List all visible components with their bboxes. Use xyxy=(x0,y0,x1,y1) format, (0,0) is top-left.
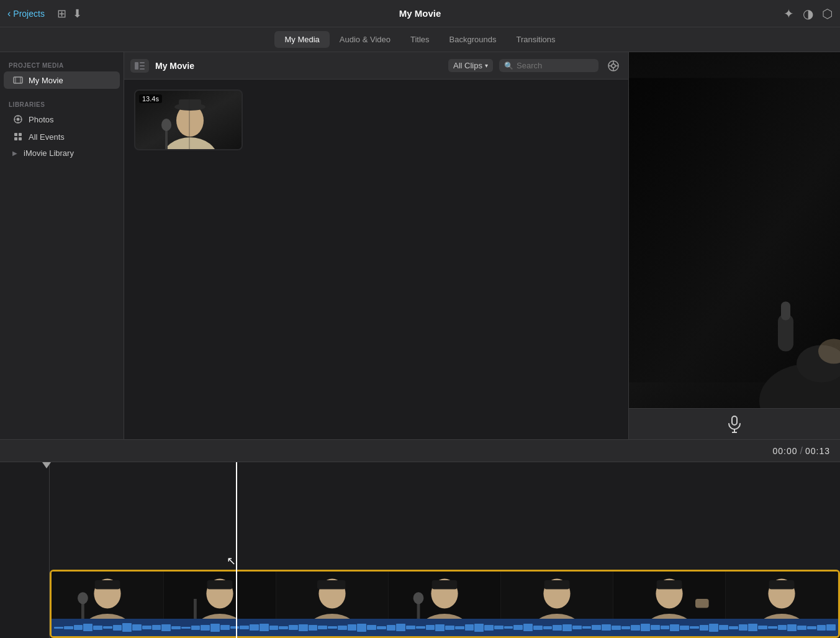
filter-settings-button[interactable] xyxy=(605,57,622,75)
svg-point-45 xyxy=(78,592,88,604)
svg-rect-10 xyxy=(19,133,22,136)
clip-duration: 13.4s xyxy=(139,94,162,103)
tab-backgrounds[interactable]: Backgrounds xyxy=(440,31,507,48)
clip-frames xyxy=(52,572,838,619)
photos-icon xyxy=(12,114,24,125)
frame-bg-1 xyxy=(52,572,163,619)
svg-point-60 xyxy=(413,592,424,604)
all-clips-selector[interactable]: All Clips ▾ xyxy=(448,59,493,72)
svg-rect-64 xyxy=(544,580,570,589)
search-icon: 🔍 xyxy=(504,62,513,70)
sidebar-toggle-button[interactable] xyxy=(130,59,149,73)
top-toolbar: ‹ Projects ⊞ ⬇ My Movie ✦ ◑ ⬡ xyxy=(0,0,840,27)
clip-frame-4 xyxy=(389,572,501,619)
back-button[interactable]: ‹ Projects xyxy=(7,8,45,19)
search-bar: 🔍 xyxy=(499,59,598,72)
window-title: My Movie xyxy=(399,8,441,19)
back-chevron-icon: ‹ xyxy=(7,8,11,19)
timecode-current: 00:00 xyxy=(772,446,797,456)
svg-rect-58 xyxy=(432,580,458,589)
timeline-clips-container xyxy=(50,570,840,638)
cursor: ↖ xyxy=(227,554,236,568)
all-clips-label: All Clips xyxy=(453,61,482,70)
expand-arrow-icon: ▶ xyxy=(12,150,17,157)
timeline-scroll[interactable]: ↖ xyxy=(50,462,840,638)
tab-transitions[interactable]: Transitions xyxy=(506,31,565,48)
svg-rect-31 xyxy=(629,78,840,383)
svg-rect-73 xyxy=(769,580,795,589)
main-area: PROJECT MEDIA My Movie LIBRARIES xyxy=(0,52,840,439)
svg-rect-54 xyxy=(317,580,346,589)
frame-bg-7 xyxy=(726,572,838,619)
media-grid: 13.4s xyxy=(124,80,628,439)
svg-point-18 xyxy=(612,64,615,68)
content-tabs: My Media Audio & Video Titles Background… xyxy=(0,27,840,52)
back-label: Projects xyxy=(13,9,45,19)
media-header: My Movie All Clips ▾ 🔍 xyxy=(124,52,628,80)
svg-rect-9 xyxy=(14,133,17,136)
search-input[interactable] xyxy=(517,61,594,70)
timecode-separator: / xyxy=(800,445,803,457)
clip-frame-5 xyxy=(501,572,613,619)
all-events-icon xyxy=(12,131,24,142)
timeline-clip[interactable] xyxy=(50,570,840,638)
svg-rect-43 xyxy=(95,580,120,589)
svg-rect-15 xyxy=(140,65,145,66)
sidebar-item-imovie-library[interactable]: ▶ iMovie Library xyxy=(4,145,120,161)
grid-clip-icon[interactable]: ⊞ xyxy=(57,7,66,21)
microphone-button[interactable] xyxy=(723,413,746,435)
svg-rect-1 xyxy=(15,77,16,83)
svg-rect-13 xyxy=(135,62,138,70)
preview-video-svg xyxy=(629,52,840,408)
photos-label: Photos xyxy=(29,115,53,124)
svg-rect-27 xyxy=(179,99,201,108)
preview-content xyxy=(629,52,840,408)
toolbar-left-icons: ⊞ ⬇ xyxy=(57,7,82,21)
tab-my-media[interactable]: My Media xyxy=(274,31,329,48)
svg-rect-11 xyxy=(14,137,17,140)
svg-rect-37 xyxy=(732,416,737,425)
preview-video xyxy=(629,52,840,408)
clip-frame-6 xyxy=(613,572,726,619)
media-browser: My Movie All Clips ▾ 🔍 xyxy=(124,52,629,439)
timecode-total: 00:13 xyxy=(805,446,830,456)
sidebar-item-my-movie[interactable]: My Movie xyxy=(4,71,120,89)
import-icon[interactable]: ⬇ xyxy=(73,7,82,21)
magic-wand-icon[interactable]: ✦ xyxy=(784,6,794,21)
svg-rect-50 xyxy=(194,599,197,619)
sidebar: PROJECT MEDIA My Movie LIBRARIES xyxy=(0,52,124,439)
timeline-header: 00:00 / 00:13 xyxy=(0,440,840,462)
svg-rect-14 xyxy=(140,62,145,63)
frame-bg-2 xyxy=(164,572,276,619)
clip-frame-2 xyxy=(164,572,276,619)
project-media-section-title: PROJECT MEDIA xyxy=(0,57,124,71)
clip-frame-7 xyxy=(726,572,838,619)
color-correct-icon[interactable]: ◑ xyxy=(803,6,813,21)
film-icon xyxy=(12,75,24,86)
svg-point-4 xyxy=(17,118,20,121)
sidebar-item-all-events[interactable]: All Events xyxy=(4,128,120,145)
color-palette-icon[interactable]: ⬡ xyxy=(822,6,833,21)
timeline-body: ↖ xyxy=(0,462,840,638)
clip-frame-1 xyxy=(52,572,164,619)
clip-thumbnail[interactable]: 13.4s xyxy=(134,89,243,150)
svg-rect-69 xyxy=(695,599,709,608)
frame-bg-4 xyxy=(389,572,500,619)
my-movie-label: My Movie xyxy=(29,76,63,85)
preview-controls xyxy=(629,408,840,439)
tab-audio-video[interactable]: Audio & Video xyxy=(330,31,400,48)
svg-rect-12 xyxy=(19,137,22,140)
toolbar-right-icons: ✦ ◑ ⬡ xyxy=(784,6,833,21)
timeline-gutter xyxy=(0,462,50,638)
libraries-section-title: LIBRARIES xyxy=(0,96,124,111)
sidebar-item-photos[interactable]: Photos xyxy=(4,111,120,128)
svg-rect-16 xyxy=(140,68,145,70)
svg-rect-49 xyxy=(207,580,233,589)
tab-titles[interactable]: Titles xyxy=(400,31,440,48)
imovie-library-label: iMovie Library xyxy=(24,148,74,158)
clips-dropdown-arrow: ▾ xyxy=(485,62,488,69)
svg-rect-34 xyxy=(781,302,790,321)
frame-bg-5 xyxy=(501,572,613,619)
svg-point-29 xyxy=(161,119,171,131)
playhead-line xyxy=(236,462,237,638)
